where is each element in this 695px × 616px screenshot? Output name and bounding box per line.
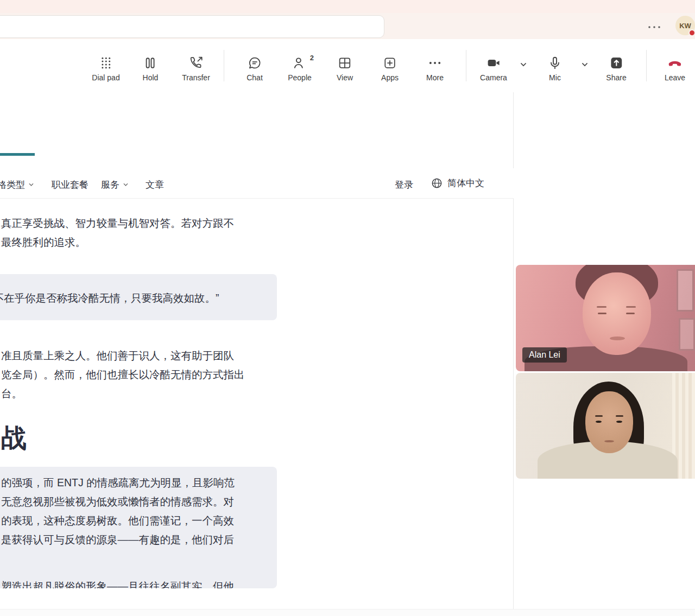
dialpad-button[interactable]: Dial pad (92, 55, 119, 82)
article-paragraph-line: 的强项，而 ENTJ 的情感疏离尤为明显，且影响范 (1, 475, 235, 490)
article-section-block: 的强项，而 ENTJ 的情感疏离尤为明显，且影响范 无意忽视那些被视为低效或懒惰… (0, 467, 277, 588)
people-button[interactable]: 2 People (288, 55, 312, 82)
window-bottom-strip (0, 609, 695, 616)
globe-icon (431, 177, 443, 189)
article-paragraph-line: 最终胜利的追求。 (1, 235, 86, 250)
transfer-icon (188, 55, 204, 71)
portrait-feature (595, 415, 603, 417)
hold-icon (143, 55, 158, 71)
leave-label: Leave (665, 73, 685, 82)
toolbar-divider (224, 50, 224, 81)
view-label: View (337, 73, 353, 82)
wall-frame-decor (679, 318, 695, 351)
teams-meeting-window: KW Dial pad Hold (0, 0, 695, 616)
more-icon (427, 55, 443, 71)
chat-icon (247, 55, 262, 71)
people-count-badge: 2 (310, 54, 314, 62)
language-selector[interactable]: 简体中文 (431, 177, 484, 189)
nav-item-label: 文章 (146, 179, 164, 191)
leave-button[interactable]: Leave (665, 55, 685, 82)
chat-label: Chat (247, 73, 263, 82)
quote-block: 我不在乎你是否称我冷酷无情，只要我高效如故。” (0, 274, 277, 320)
dialpad-label: Dial pad (92, 73, 119, 82)
article-paragraph-line: 台。 (1, 386, 22, 401)
chevron-down-icon (123, 182, 129, 188)
view-icon (337, 55, 352, 71)
share-button[interactable]: Share (606, 55, 626, 82)
portrait-feature (597, 306, 606, 308)
transfer-label: Transfer (182, 73, 210, 82)
login-link[interactable]: 登录 (395, 179, 413, 191)
video-tile-participant-2[interactable] (516, 373, 695, 479)
camera-options-chevron-icon[interactable] (520, 61, 527, 68)
article-paragraph-line: 是获得认可与反馈的源泉——有趣的是，他们对后 (1, 532, 234, 547)
more-label: More (426, 73, 444, 82)
window-more-icon[interactable] (647, 22, 661, 29)
toolbar-divider (466, 50, 466, 81)
mic-label: Mic (549, 73, 561, 82)
language-label: 简体中文 (447, 177, 484, 189)
chevron-down-icon (28, 182, 34, 188)
shared-screen-region: 人格类型 职业套餐 服务 文章 登录 (0, 92, 514, 609)
portrait-feature (626, 306, 636, 308)
mic-icon (547, 55, 563, 71)
nav-item-personality-types[interactable]: 人格类型 (0, 179, 34, 191)
nav-item-label: 服务 (101, 179, 119, 191)
wall-frame-decor (677, 269, 694, 312)
apps-icon (382, 55, 397, 71)
video-tile-alan-lei[interactable]: Alan Lei (516, 265, 695, 371)
article-paragraph-line: 的表现，这种态度易树敌。他们需谨记，一个高效 (1, 513, 234, 528)
portrait-feature (598, 313, 606, 314)
avatar-initials: KW (679, 22, 691, 30)
article-paragraph-line: 览全局）。然而，他们也擅长以冷酷无情的方式指出 (1, 367, 245, 382)
chat-button[interactable]: Chat (247, 55, 263, 82)
camera-icon (486, 55, 501, 71)
camera-button[interactable]: Camera (480, 55, 507, 82)
hold-button[interactable]: Hold (143, 55, 159, 82)
apps-label: Apps (381, 73, 399, 82)
more-button[interactable]: More (426, 55, 444, 82)
participant-name-badge: Alan Lei (522, 347, 567, 363)
nav-item-articles[interactable]: 文章 (146, 179, 164, 191)
portrait-feature (616, 415, 623, 417)
participant-portrait (583, 272, 651, 355)
people-icon: 2 (292, 55, 307, 71)
window-titlebar: KW (0, 13, 695, 39)
toolbar-divider (646, 50, 647, 81)
mic-options-chevron-icon[interactable] (581, 61, 589, 68)
portrait-feature (604, 440, 614, 442)
participants-panel: Alan Lei (514, 92, 695, 609)
mic-button[interactable]: Mic (547, 55, 563, 82)
share-icon (609, 55, 624, 71)
login-label: 登录 (395, 179, 413, 191)
avatar[interactable]: KW (675, 16, 695, 35)
nav-item-career-suite[interactable]: 职业套餐 (52, 179, 89, 191)
people-label: People (288, 73, 312, 82)
nav-item-label: 人格类型 (0, 179, 25, 191)
presence-busy-dot (688, 29, 695, 36)
nav-item-services[interactable]: 服务 (101, 179, 129, 191)
camera-label: Camera (480, 73, 507, 82)
apps-button[interactable]: Apps (381, 55, 399, 82)
dialpad-icon (98, 55, 113, 71)
article-paragraph-line: 真正享受挑战、智力较量与机智对答。若对方跟不 (1, 216, 234, 231)
meeting-toolbar: Dial pad Hold Transfer (0, 39, 695, 92)
hold-label: Hold (143, 73, 159, 82)
article-paragraph-line: 塑造出超凡脱俗的形象——且往往名副其实，但他 (1, 579, 234, 588)
portrait-feature (610, 336, 625, 340)
site-navbar: 人格类型 职业套餐 服务 文章 登录 (0, 168, 514, 199)
transfer-button[interactable]: Transfer (182, 55, 210, 82)
portrait-feature (596, 421, 602, 423)
nav-item-label: 职业套餐 (52, 179, 89, 191)
participant-portrait (585, 391, 633, 453)
view-button[interactable]: View (337, 55, 353, 82)
article-paragraph-line: 准且质量上乘之人。他们善于识人，这有助于团队 (1, 348, 234, 363)
browser-tab-accent (0, 153, 35, 156)
portrait-feature (626, 313, 635, 314)
article-paragraph-line: 无意忽视那些被视为低效或懒惰者的情感需求。对 (1, 494, 234, 509)
portrait-feature (616, 421, 622, 423)
search-input[interactable] (0, 15, 384, 38)
window-top-strip (0, 0, 695, 13)
section-heading: 挑战 (0, 421, 28, 455)
leave-call-icon (667, 55, 683, 71)
